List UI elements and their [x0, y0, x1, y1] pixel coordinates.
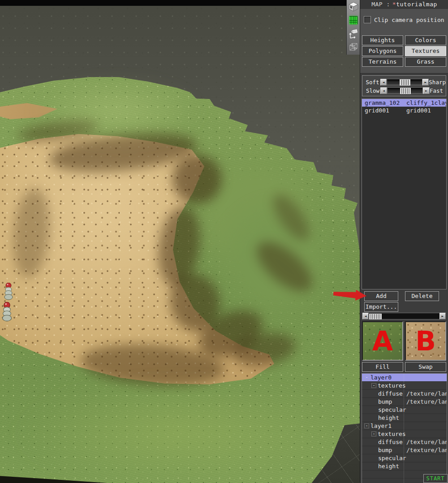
tree-label: height: [378, 414, 399, 422]
texture-name: grid001: [365, 107, 406, 114]
clip-camera-checkbox[interactable]: [364, 16, 371, 23]
clip-camera-row: Clip camera position: [364, 16, 444, 23]
map-editor-panel: MAP :*tutorialmap Clip camera position H…: [360, 0, 448, 483]
map-title: MAP :*tutorialmap: [360, 0, 448, 9]
tree-row-diffuse[interactable]: diffuse/texture/land/..: [362, 438, 447, 446]
tree-collapse-box[interactable]: -: [371, 383, 376, 388]
wireframe-cube-icon[interactable]: [347, 40, 360, 54]
start-button[interactable]: START: [423, 474, 448, 483]
tree-value: /texture/land/..: [406, 390, 447, 397]
tree-row-specular[interactable]: specular: [362, 406, 447, 414]
mode-button-heights[interactable]: Heights: [362, 35, 403, 45]
slider-thumb[interactable]: [400, 79, 410, 86]
slider-left-label: Slow: [363, 87, 379, 94]
texture-scrollbar[interactable]: ◄ ►: [362, 313, 446, 319]
scrollbar-thumb[interactable]: [369, 314, 382, 319]
tree-collapse-box[interactable]: -: [364, 375, 369, 380]
slider-thumb[interactable]: [400, 88, 411, 94]
dirt-dark-band: [172, 155, 222, 204]
camera-axes-icon[interactable]: [347, 27, 360, 40]
annotation-arrow: [333, 289, 367, 302]
add-button[interactable]: Add: [364, 291, 398, 301]
mode-button-grass[interactable]: Grass: [405, 57, 446, 67]
tree-label: textures: [378, 431, 406, 438]
import-button[interactable]: Import...: [364, 302, 398, 312]
tree-row-bump[interactable]: bump/texture/land/..: [362, 446, 447, 454]
tree-row-textures[interactable]: -textures: [362, 382, 447, 390]
world-building-icon[interactable]: [347, 0, 360, 13]
texture-name: cliffy_1clay: [406, 99, 447, 106]
tree-label: bump: [378, 398, 392, 405]
tree-label: diffuse: [378, 390, 403, 397]
tree-label: layer0: [370, 374, 392, 381]
mode-button-polygons[interactable]: Polygons: [362, 46, 403, 56]
slider-left-label: Soft: [363, 79, 379, 86]
slider-row: Slow◄►Fast: [362, 86, 446, 95]
mode-button-grid: HeightsColorsPolygonsTexturesTerrainsGra…: [362, 35, 446, 67]
map-name: tutorialmap: [396, 1, 437, 8]
texture-list[interactable]: gramma_102cliffy_1claygrid001grid001: [362, 99, 447, 289]
tree-row-bump[interactable]: bump/texture/land/..: [362, 398, 447, 406]
texture-preview-a[interactable]: A: [362, 321, 403, 361]
layer-tree[interactable]: -layer0-texturesdiffuse/texture/land/..b…: [362, 373, 447, 483]
slider-decrease-button[interactable]: ◄: [380, 79, 387, 86]
tree-value: /texture/land/..: [406, 447, 447, 454]
texture-list-row[interactable]: grid001grid001: [362, 107, 446, 114]
tree-label: layer1: [370, 423, 392, 430]
clip-camera-label: Clip camera position: [374, 17, 444, 23]
mode-button-terrains[interactable]: Terrains: [362, 57, 403, 67]
tree-value: /texture/land/..: [406, 398, 447, 405]
entity-marker[interactable]: [3, 283, 14, 301]
slider-increase-button[interactable]: ►: [423, 87, 430, 94]
tree-label: textures: [378, 382, 406, 389]
mode-button-textures[interactable]: Textures: [405, 46, 446, 56]
tree-row-layer1[interactable]: -layer1: [362, 422, 447, 430]
terrain-grid-icon[interactable]: [347, 13, 360, 27]
slider-increase-button[interactable]: ►: [422, 79, 429, 86]
tree-row-height[interactable]: height: [362, 414, 447, 422]
slider-track[interactable]: [387, 87, 423, 94]
slider-right-label: Fast: [430, 87, 443, 94]
tree-label: bump: [378, 447, 392, 454]
delete-button[interactable]: Delete: [405, 291, 439, 301]
viewport-top-strip: [0, 0, 360, 6]
texture-name: grid001: [406, 107, 431, 114]
tree-row-diffuse[interactable]: diffuse/texture/land/..: [362, 390, 447, 398]
unsaved-marker: *: [392, 1, 396, 8]
slider-track[interactable]: [387, 79, 422, 85]
viewport-3d[interactable]: [0, 0, 360, 483]
tree-collapse-box[interactable]: -: [371, 431, 376, 436]
tree-label: specular: [378, 455, 406, 462]
tree-row-height[interactable]: height: [362, 462, 447, 470]
slider-row: Soft◄►Sharp: [362, 78, 446, 86]
texture-name: gramma_102: [365, 99, 406, 107]
editor-toolbar: [346, 0, 360, 55]
mode-button-colors[interactable]: Colors: [405, 35, 446, 45]
tree-label: diffuse: [378, 439, 403, 446]
slider-decrease-button[interactable]: ◄: [380, 87, 387, 94]
scrollbar-track[interactable]: [369, 313, 439, 319]
texture-list-row[interactable]: gramma_102cliffy_1clay: [362, 99, 446, 107]
scrollbar-left-arrow[interactable]: ◄: [362, 313, 369, 319]
tree-label: specular: [378, 406, 406, 414]
tree-collapse-box[interactable]: -: [364, 423, 369, 428]
texture-a-letter: A: [372, 328, 393, 354]
slider-right-label: Sharp: [429, 79, 446, 86]
texture-preview-b[interactable]: B: [405, 321, 446, 361]
tree-row-specular[interactable]: specular: [362, 454, 447, 462]
texture-b-letter: B: [415, 328, 436, 354]
scrollbar-right-arrow[interactable]: ►: [439, 313, 446, 319]
tree-value: /texture/land/..: [406, 439, 447, 446]
map-title-label: MAP :: [371, 1, 390, 8]
swap-button[interactable]: Swap: [405, 362, 446, 372]
tree-label: height: [378, 463, 399, 470]
tree-row-textures[interactable]: -textures: [362, 430, 447, 438]
fill-button[interactable]: Fill: [362, 362, 403, 372]
brush-slider-group: Soft◄►SharpSlow◄►Fast: [362, 75, 446, 96]
entity-marker[interactable]: [0, 302, 13, 322]
tree-row-layer0[interactable]: -layer0: [362, 374, 447, 382]
